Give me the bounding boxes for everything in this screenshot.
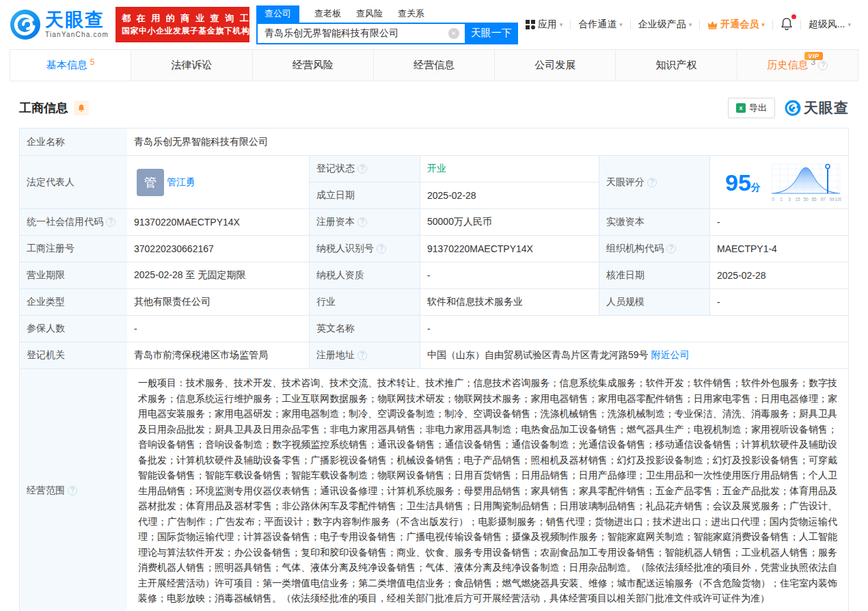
nav-super-risk-label: 超级风... bbox=[809, 18, 845, 31]
bell-icon bbox=[77, 104, 85, 112]
notifications-bell[interactable] bbox=[773, 17, 800, 33]
table-row: 参保人数 - 英文名称 - bbox=[20, 315, 848, 342]
nav-cooperation[interactable]: 合作通道 ▾ bbox=[571, 18, 630, 31]
watermark-brand: 天眼查 bbox=[785, 98, 849, 118]
tab-count: 3 bbox=[811, 57, 815, 67]
field-label: 登记机关 bbox=[20, 342, 127, 368]
business-info-table: 企业名称 青岛乐创无界智能科技有限公司 法定代表人 管 管江勇 登记状态 ? 开… bbox=[19, 128, 849, 611]
business-scope-value: 一般项目：技术服务、技术开发、技术咨询、技术交流、技术转让、技术推广；信息技术咨… bbox=[127, 369, 848, 611]
search-tab-company[interactable]: 查公司 bbox=[256, 5, 299, 23]
tab-history-info[interactable]: VIP 历史信息 3 ? bbox=[737, 50, 858, 81]
credit-code-value: 91370220MAECTPY14X bbox=[127, 209, 309, 235]
help-icon[interactable]: ? bbox=[68, 486, 77, 495]
score-cell[interactable]: 95分 0 bbox=[709, 156, 848, 208]
business-term-value: 2025-02-28 至 无固定期限 bbox=[127, 262, 309, 288]
tab-label: 基本信息 bbox=[46, 59, 87, 72]
field-label: 天眼评分 ? bbox=[599, 156, 709, 208]
field-label: 登记状态 ? bbox=[309, 156, 420, 182]
nav-enterprise-products[interactable]: 企业级产品 ▾ bbox=[631, 18, 700, 31]
table-row: 企业类型 其他有限责任公司 行业 软件和信息技术服务业 人员规模 - bbox=[20, 288, 848, 315]
tianyancha-logo[interactable]: 天眼查 TianYanCha.com bbox=[10, 9, 109, 40]
search-tab-relation[interactable]: 查关系 bbox=[398, 5, 424, 23]
nav-enterprise-label: 企业级产品 bbox=[638, 18, 686, 31]
nav-cooperation-label: 合作通道 bbox=[578, 18, 616, 31]
search-area: 查公司 查老板 查风险 查关系 ✕ 天眼一下 bbox=[256, 5, 518, 44]
tab-legal-lawsuits[interactable]: 法律诉讼 bbox=[131, 50, 252, 81]
help-icon[interactable]: ? bbox=[357, 217, 367, 227]
help-icon[interactable]: ? bbox=[666, 244, 676, 254]
field-label: 成立日期 bbox=[309, 182, 420, 208]
reg-capital-value: 50000万人民币 bbox=[420, 209, 599, 235]
reg-authority-value: 青岛市前湾保税港区市场监管局 bbox=[127, 342, 309, 368]
field-label: 企业名称 bbox=[20, 128, 127, 155]
nav-open-vip[interactable]: 开通会员 ▾ bbox=[700, 18, 772, 31]
chevron-down-icon: ▾ bbox=[619, 21, 623, 28]
approval-date-value: 2025-02-28 bbox=[709, 262, 848, 288]
field-label: 英文名称 bbox=[309, 316, 420, 342]
status-date-stack: 登记状态 ? 开业 成立日期 2025-02-28 bbox=[309, 156, 599, 208]
reg-number-value: 370220230662167 bbox=[127, 236, 309, 262]
tab-label: 历史信息 bbox=[767, 59, 808, 72]
grid-icon bbox=[526, 20, 535, 29]
help-icon[interactable]: ? bbox=[106, 217, 116, 227]
svg-text:15: 15 bbox=[795, 197, 800, 202]
legal-rep-link[interactable]: 管江勇 bbox=[167, 176, 195, 189]
chevron-down-icon: ▾ bbox=[761, 21, 765, 28]
tab-company-development[interactable]: 公司发展 bbox=[495, 50, 616, 81]
search-input[interactable] bbox=[256, 23, 465, 44]
score-value: 95分 bbox=[725, 171, 761, 194]
table-row: 统一社会信用代码? 91370220MAECTPY14X 注册资本? 50000… bbox=[20, 208, 848, 235]
brand-name: 天眼查 bbox=[804, 98, 849, 118]
field-label: 人员规模 bbox=[599, 289, 709, 315]
avatar[interactable]: 管 bbox=[137, 169, 164, 196]
help-icon[interactable]: ? bbox=[818, 61, 828, 70]
field-label: 行业 bbox=[309, 289, 420, 315]
tab-basic-info[interactable]: 基本信息 5 bbox=[10, 50, 131, 81]
field-label: 企业类型 bbox=[20, 289, 127, 315]
help-icon[interactable]: ? bbox=[377, 244, 386, 254]
export-button[interactable]: x 导出 bbox=[728, 98, 775, 118]
tab-label: 知识产权 bbox=[656, 59, 697, 72]
slogan-line1: 都 在 用 的 商 业 查 询 工 具 bbox=[122, 12, 243, 25]
brand-slogan: 都 在 用 的 商 业 查 询 工 具 国家中小企业发展子基金旗下机构 bbox=[116, 7, 249, 42]
insured-count-value: - bbox=[127, 316, 309, 342]
tab-label: 公司发展 bbox=[534, 59, 575, 72]
taxpayer-id-value: 91370220MAECTPY14X bbox=[420, 236, 599, 262]
staff-size-value: - bbox=[709, 289, 848, 315]
tab-operation-info[interactable]: 经营信息 bbox=[374, 50, 495, 81]
table-row: 企业名称 青岛乐创无界智能科技有限公司 bbox=[20, 128, 848, 155]
field-label: 参保人数 bbox=[20, 316, 127, 342]
svg-text:85: 85 bbox=[811, 197, 817, 202]
tab-operation-risk[interactable]: 经营风险 bbox=[253, 50, 374, 81]
slogan-line2: 国家中小企业发展子基金旗下机构 bbox=[122, 25, 243, 37]
help-icon[interactable]: ? bbox=[647, 178, 657, 187]
wave-logo-icon bbox=[785, 100, 801, 116]
industry-value: 软件和信息技术服务业 bbox=[420, 289, 599, 315]
clear-search-icon[interactable]: ✕ bbox=[448, 28, 459, 39]
nav-vip-label: 开通会员 bbox=[720, 18, 759, 31]
monitor-bell-button[interactable] bbox=[74, 100, 89, 116]
export-label: 导出 bbox=[749, 102, 767, 114]
tab-intellectual-property[interactable]: 知识产权 bbox=[616, 50, 737, 81]
table-row: 登记机关 青岛市前湾保税港区市场监管局 注册地址? 中国（山东）自由贸易试验区青… bbox=[20, 342, 848, 368]
reg-status-value: 开业 bbox=[420, 156, 599, 182]
help-icon[interactable]: ? bbox=[357, 351, 367, 360]
svg-text:0: 0 bbox=[772, 197, 774, 202]
svg-text:50: 50 bbox=[803, 197, 809, 202]
chevron-down-icon: ▾ bbox=[560, 21, 563, 28]
search-tab-risk[interactable]: 查风险 bbox=[356, 5, 383, 23]
search-button[interactable]: 天眼一下 bbox=[465, 23, 518, 44]
svg-text:1: 1 bbox=[780, 197, 783, 202]
search-tab-boss[interactable]: 查老板 bbox=[314, 5, 341, 23]
logo-domain: TianYanCha.com bbox=[45, 31, 109, 38]
taxpayer-quality-value: - bbox=[420, 262, 599, 288]
section-header: 工商信息 x 导出 天眼查 bbox=[19, 98, 849, 118]
field-label: 工商注册号 bbox=[20, 236, 127, 262]
nav-apps[interactable]: 应用 ▾ bbox=[518, 18, 571, 31]
table-row: 工商注册号 370220230662167 纳税人识别号? 91370220MA… bbox=[20, 235, 848, 262]
help-icon[interactable]: ? bbox=[357, 164, 367, 174]
score-curve-chart: 0 1 3 15 50 85 97 99 100 bbox=[770, 163, 841, 202]
field-label: 法定代表人 bbox=[20, 156, 127, 208]
nearby-companies-link[interactable]: 附近公司 bbox=[651, 349, 690, 362]
nav-super-risk[interactable]: 超级风... ▾ bbox=[801, 18, 858, 31]
